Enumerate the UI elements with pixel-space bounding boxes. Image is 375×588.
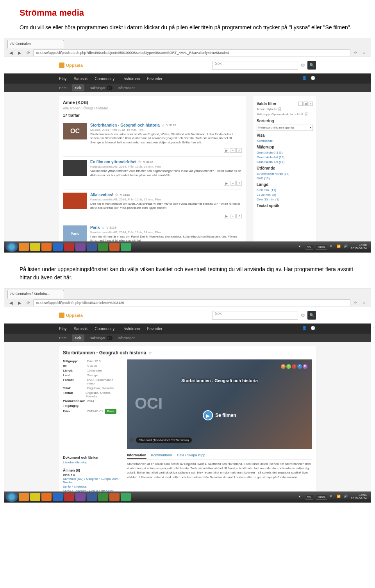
sort-select[interactable]: Nyhetsordning nya-gamla xyxy=(257,125,313,131)
tray-lang[interactable]: SV xyxy=(305,495,313,500)
play-icon[interactable]: ▶ xyxy=(224,148,229,153)
result-thumbnail[interactable]: Paris xyxy=(63,225,87,241)
taskbar-icon[interactable] xyxy=(75,243,86,251)
gear-icon[interactable]: ⚙ xyxy=(300,62,306,68)
play-icon[interactable]: ▶ xyxy=(224,181,229,186)
start-button[interactable] xyxy=(6,242,18,252)
taskbar-icon[interactable] xyxy=(41,493,52,501)
result-title-link[interactable]: Paris xyxy=(90,225,100,230)
start-button[interactable] xyxy=(6,492,18,502)
forward-icon[interactable]: ▶ xyxy=(16,49,23,56)
clock-icon[interactable]: 🕐 xyxy=(311,326,316,331)
back-icon[interactable]: ◀ xyxy=(7,49,14,56)
subnav-hem[interactable]: Hem xyxy=(59,336,66,340)
tab-information[interactable]: Information xyxy=(127,453,146,459)
nav-samsok[interactable]: Samsök xyxy=(73,77,88,81)
taskbar-icon[interactable] xyxy=(109,493,120,501)
nav-favoriter[interactable]: Favoriter xyxy=(147,77,162,81)
result-thumbnail[interactable] xyxy=(63,160,87,176)
malgrupp-link[interactable]: Grundskola 7-9 (17) xyxy=(257,160,313,164)
langd-link[interactable]: 6-20 min. (11) xyxy=(257,188,313,192)
subnav-bok[interactable]: Bokningar 0 xyxy=(90,86,112,90)
add-icon[interactable]: + xyxy=(230,181,236,186)
taskbar-icon[interactable] xyxy=(75,493,86,501)
subnav-bok[interactable]: Bokningar 0 xyxy=(90,336,112,340)
nav-community[interactable]: Community xyxy=(95,327,115,331)
tray-clock[interactable]: 14:562015-04-24 xyxy=(351,243,367,250)
nav-play[interactable]: Play xyxy=(59,77,66,81)
user-icon[interactable]: 👤 xyxy=(302,76,307,81)
star-icon[interactable]: ☆ xyxy=(101,225,105,230)
logo[interactable]: Uppsala xyxy=(59,313,83,318)
tray-zoom[interactable]: 100% xyxy=(316,245,327,250)
menu-icon[interactable]: ≡ xyxy=(361,299,368,306)
share-icon[interactable]: ↗ xyxy=(236,148,242,153)
star-icon[interactable]: ☆ xyxy=(148,351,152,355)
taskbar-icon[interactable] xyxy=(41,243,52,251)
quality-select[interactable]: Standard (Text/Nedsat Tal:Svenska) xyxy=(136,437,192,443)
reload-icon[interactable]: ⟳ xyxy=(25,49,32,56)
subnav-hem[interactable]: Hem xyxy=(59,86,66,90)
subnav-info[interactable]: Information xyxy=(118,86,136,90)
utforande-link[interactable]: DVD (13) xyxy=(257,177,313,180)
video-player[interactable]: SLICE Storbritannien - Geografi och hist… xyxy=(127,359,312,449)
browser-tab[interactable]: AV-Centralen xyxy=(7,40,64,48)
play-icon[interactable]: ▶ xyxy=(224,214,229,218)
tray-vol-icon[interactable]: 🔊 xyxy=(344,495,348,499)
taskbar-icon[interactable] xyxy=(121,243,131,251)
visa-link[interactable]: Kommande xyxy=(257,139,313,143)
taskbar-icon[interactable] xyxy=(64,493,74,501)
amne-link[interactable]: Språk / Engelska xyxy=(63,485,121,488)
tray-zoom[interactable]: 100% xyxy=(316,495,327,500)
taskbar-icon[interactable] xyxy=(53,243,63,251)
utforande-link[interactable]: Strömmande video (17) xyxy=(257,172,313,175)
star-icon[interactable]: ☆ xyxy=(161,123,165,127)
taskbar-icon[interactable] xyxy=(19,493,29,501)
bookmark-icon[interactable]: ☆ xyxy=(352,49,359,56)
collapse-icon[interactable]: – xyxy=(298,102,303,106)
bookmark-icon[interactable]: ☆ xyxy=(352,299,359,306)
taskbar-icon[interactable] xyxy=(30,493,40,501)
subnav-sok[interactable]: Sök xyxy=(72,84,84,91)
search-button[interactable]: 🔍 xyxy=(307,311,316,320)
tray-up-icon[interactable]: ▲ xyxy=(298,245,303,249)
taskbar-icon[interactable] xyxy=(98,243,108,251)
result-thumbnail[interactable] xyxy=(63,193,87,209)
langd-link[interactable]: 21-35 min. (5) xyxy=(257,193,313,197)
result-thumbnail[interactable] xyxy=(63,123,87,139)
close-icon[interactable]: × xyxy=(309,102,313,106)
taskbar-icon[interactable] xyxy=(19,243,29,251)
taskbar-icon[interactable] xyxy=(87,493,97,501)
taskbar-icon[interactable] xyxy=(109,243,120,251)
taskbar-icon[interactable] xyxy=(64,243,74,251)
nav-lashornan[interactable]: Läshörnan xyxy=(121,327,140,331)
amne-link[interactable]: Samhälle (SO) / Geografi / Europa utom N… xyxy=(63,477,121,484)
reload-icon[interactable]: ⟳ xyxy=(25,299,32,306)
taskbar-icon[interactable] xyxy=(121,493,131,501)
menu-icon[interactable]: ≡ xyxy=(361,49,368,56)
logo[interactable]: Uppsala xyxy=(59,63,83,68)
taskbar-icon[interactable] xyxy=(30,243,40,251)
star-icon[interactable]: ☆ xyxy=(115,193,118,197)
add-icon[interactable]: + xyxy=(230,214,236,218)
tab-kommentarer[interactable]: Kommentarer xyxy=(151,453,173,459)
remove-filter-icon[interactable]: × xyxy=(279,107,281,111)
dokument-link[interactable]: Lärarhandledning xyxy=(63,461,121,464)
subnav-sok[interactable]: Sök xyxy=(72,334,84,341)
breadcrumb[interactable]: Alla ämnen \ Övrigt \ Nyheter xyxy=(63,106,242,110)
taskbar-icon[interactable] xyxy=(87,243,97,251)
remove-filter-icon[interactable]: × xyxy=(305,113,308,116)
nav-favoriter[interactable]: Favoriter xyxy=(147,327,162,331)
tray-clock[interactable]: 15:012015-04-24 xyxy=(351,493,367,500)
forward-icon[interactable]: ▶ xyxy=(16,299,23,306)
langd-link[interactable]: Över 35 min. (1) xyxy=(257,198,313,201)
tray-vol-icon[interactable]: 🔊 xyxy=(344,245,348,249)
share-icon[interactable]: ↗ xyxy=(236,181,242,186)
result-title-link[interactable]: En film om yttrandefrihet xyxy=(90,160,136,164)
search-button[interactable]: 🔍 xyxy=(307,61,316,70)
subnav-info[interactable]: Information xyxy=(118,336,136,340)
play-button[interactable]: ▶Se filmen xyxy=(203,410,236,420)
quality-radio[interactable]: ● xyxy=(130,438,134,442)
boka-button[interactable]: Boka xyxy=(105,409,116,414)
tab-dela[interactable]: Dela / Skapa klipp xyxy=(177,453,205,459)
